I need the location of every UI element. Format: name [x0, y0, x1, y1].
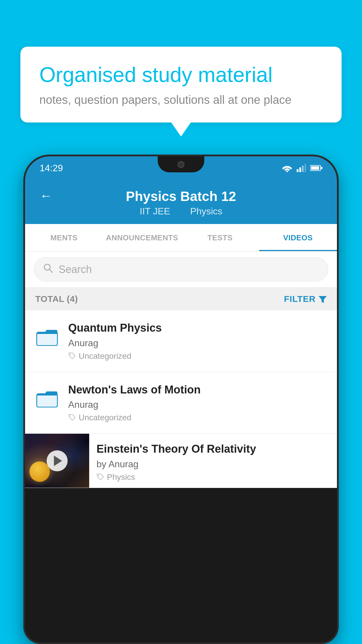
phone-frame: 14:29: [23, 155, 339, 644]
svg-rect-3: [302, 166, 304, 172]
front-camera: [178, 161, 184, 168]
tab-tests[interactable]: TESTS: [181, 224, 259, 251]
video-tag-label-3: Physics: [107, 473, 135, 482]
status-bar: 14:29: [25, 156, 337, 180]
svg-rect-4: [305, 164, 306, 172]
svg-rect-11: [37, 332, 57, 346]
video-list: Quantum Physics Anurag Uncategorized: [25, 310, 337, 488]
tag-icon: [96, 473, 104, 481]
search-placeholder: Search: [59, 263, 92, 276]
bubble-heading: Organised study material: [39, 63, 323, 87]
play-button[interactable]: [47, 450, 68, 471]
wifi-icon: [282, 164, 293, 172]
play-triangle-icon: [54, 456, 62, 466]
speech-bubble-card: Organised study material notes, question…: [20, 47, 342, 123]
svg-point-0: [286, 171, 288, 172]
subtitle-iitjee: IIT JEE: [140, 206, 170, 216]
video-tag-label-2: Uncategorized: [79, 413, 131, 422]
svg-rect-2: [299, 167, 301, 172]
list-item[interactable]: Einstein's Theory Of Relativity by Anura…: [25, 434, 337, 488]
search-icon: [43, 263, 53, 276]
svg-rect-1: [297, 169, 298, 172]
tag-icon: [68, 414, 76, 421]
subtitle-physics: Physics: [190, 206, 222, 216]
filter-row: TOTAL (4) FILTER: [25, 288, 337, 310]
status-icons: [282, 164, 322, 172]
svg-line-9: [50, 270, 52, 272]
tab-announcements[interactable]: ANNOUNCEMENTS: [103, 224, 181, 251]
power-button: [338, 226, 339, 253]
video-author-3: by Anurag: [96, 459, 330, 470]
svg-rect-13: [37, 394, 57, 407]
bubble-subtext: notes, question papers, solutions all at…: [39, 93, 323, 106]
notch: [158, 156, 204, 172]
total-count: TOTAL (4): [35, 294, 78, 304]
video-author-2: Anurag: [68, 399, 328, 410]
video-title-1: Quantum Physics: [68, 321, 328, 335]
thumbnail-planet: [29, 461, 50, 482]
signal-icon: [297, 164, 306, 172]
video-thumbnail-3: [25, 434, 89, 488]
list-item[interactable]: Quantum Physics Anurag Uncategorized: [25, 310, 337, 372]
video-info-3: Einstein's Theory Of Relativity by Anura…: [89, 434, 337, 488]
video-info-2: Newton's Laws of Motion Anurag Uncategor…: [68, 383, 328, 423]
video-tag-1: Uncategorized: [68, 351, 328, 361]
video-tag-3: Physics: [96, 473, 330, 482]
filter-icon: [319, 295, 327, 303]
filter-label: FILTER: [284, 294, 316, 304]
list-item[interactable]: Newton's Laws of Motion Anurag Uncategor…: [25, 372, 337, 434]
tag-icon: [68, 352, 76, 360]
page-subtitle: IIT JEE Physics: [135, 206, 226, 217]
phone-screen: Search TOTAL (4) FILTER: [25, 251, 337, 488]
back-button[interactable]: ←: [40, 188, 52, 203]
video-author-1: Anurag: [68, 338, 328, 349]
video-folder-icon-2: [34, 385, 60, 411]
video-title-3: Einstein's Theory Of Relativity: [96, 442, 330, 456]
video-tag-label-1: Uncategorized: [79, 351, 131, 361]
video-info-1: Quantum Physics Anurag Uncategorized: [68, 321, 328, 361]
tabs-bar: MENTS ANNOUNCEMENTS TESTS VIDEOS: [25, 224, 337, 251]
video-title-2: Newton's Laws of Motion: [68, 383, 328, 397]
svg-rect-6: [321, 167, 322, 169]
volume-down-button: [23, 238, 24, 256]
filter-button[interactable]: FILTER: [284, 294, 327, 304]
video-folder-icon-1: [34, 323, 60, 349]
tab-ments[interactable]: MENTS: [25, 224, 103, 251]
svg-point-15: [98, 475, 99, 476]
speech-bubble-section: Organised study material notes, question…: [20, 47, 342, 123]
tab-videos[interactable]: VIDEOS: [259, 224, 337, 251]
svg-point-12: [70, 354, 71, 355]
status-time: 14:29: [40, 163, 63, 174]
page-title: Physics Batch 12: [126, 188, 236, 204]
battery-icon: [310, 165, 322, 171]
search-bar[interactable]: Search: [34, 257, 328, 281]
svg-point-14: [70, 415, 71, 416]
video-tag-2: Uncategorized: [68, 413, 328, 422]
search-bar-container: Search: [25, 251, 337, 288]
app-header: ← Physics Batch 12 IIT JEE Physics: [25, 180, 337, 224]
svg-rect-7: [311, 166, 319, 170]
volume-up-button: [23, 215, 24, 232]
svg-marker-10: [319, 296, 327, 303]
